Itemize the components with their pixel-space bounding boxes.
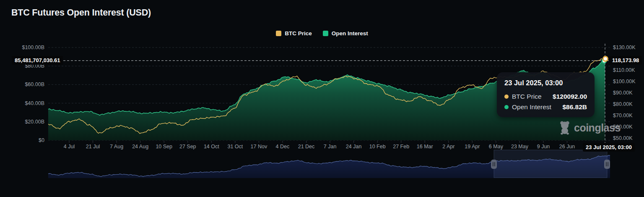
x-tick-label: 4 Jul [64, 144, 75, 150]
tooltip-label: Open Interest [512, 103, 551, 111]
tooltip-row-btc-price: BTC Price $120092.00 [504, 93, 587, 100]
tooltip-date: 23 Jul 2025, 03:00 [504, 79, 587, 87]
handle-grip-icon [608, 162, 608, 166]
x-tick-label: 21 Dec [298, 144, 315, 150]
chart-tooltip: 23 Jul 2025, 03:00 BTC Price $120092.00 … [497, 72, 595, 117]
right-tick-label: $70.00K [613, 113, 633, 118]
left-tick-label: $40.00B [7, 100, 44, 106]
x-tick-label: 7 Aug [110, 144, 123, 150]
x-tick-label: 10 Feb [369, 144, 386, 150]
x-tick-label: 2 Apr [442, 144, 454, 150]
x-tick-label: 27 Feb [393, 144, 409, 150]
x-tick-label: 7 Jan [324, 144, 337, 150]
left-tick-label: $100.00B [7, 45, 44, 50]
current-date-chip: 23 Jul 2025, 03:00 [583, 143, 635, 152]
coinglass-watermark: coinglass [558, 121, 621, 135]
x-tick-label: 31 Oct [227, 144, 243, 150]
navigator-selection-window[interactable] [494, 150, 607, 178]
left-tick-label: $0 [7, 137, 44, 143]
right-tick-label: $50.00K [613, 135, 633, 141]
navigator-left-handle[interactable] [491, 160, 497, 169]
x-tick-label: 24 Jan [346, 144, 362, 150]
x-tick-label: 24 Aug [132, 144, 148, 150]
current-open-interest-chip: 85,481,707,030.61 [12, 56, 63, 65]
x-tick-label: 19 Apr [465, 144, 480, 150]
navigator[interactable] [48, 150, 610, 178]
x-tick-label: 21 Jul [86, 144, 100, 150]
right-tick-label: $60.00K [613, 124, 633, 130]
navigator-right-handle[interactable] [604, 160, 610, 169]
tooltip-value: $86.82B [562, 103, 587, 111]
open-interest-dot-icon [504, 105, 509, 109]
coinglass-bear-icon [558, 121, 571, 135]
x-tick-label: 23 May [511, 144, 528, 150]
tooltip-row-open-interest: Open Interest $86.82B [504, 103, 587, 111]
right-tick-label: $80.00K [613, 101, 633, 107]
x-tick-label: 17 Nov [251, 144, 267, 150]
left-tick-label: $20.00B [7, 119, 44, 125]
x-tick-label: 9 Jun [537, 144, 550, 150]
x-tick-label: 26 Jun [559, 144, 575, 150]
right-tick-label: $130.00K [613, 45, 636, 50]
left-tick-label: $60.00B [7, 81, 44, 87]
right-tick-label: $90.00K [613, 90, 633, 96]
current-price-chip: 118,173.98 [609, 56, 642, 65]
x-tick-label: 4 Dec [276, 144, 290, 150]
handle-grip-icon [493, 162, 493, 166]
right-tick-label: $110.00K [613, 67, 635, 73]
tooltip-label: BTC Price [512, 93, 542, 100]
x-tick-label: 16 Mar [417, 144, 433, 150]
x-tick-label: 6 May [489, 144, 503, 150]
coinglass-chart-page: BTC Futures Open Interest (USD) BTC Pric… [0, 0, 644, 197]
handle-grip-icon [606, 162, 607, 166]
btc-price-dot-icon [504, 95, 509, 99]
handle-grip-icon [494, 162, 495, 166]
x-tick-label: 10 Sep [156, 144, 172, 150]
btc-price-marker [603, 57, 608, 61]
x-tick-label: 14 Oct [204, 144, 219, 150]
right-tick-label: $100.00K [613, 79, 636, 84]
tooltip-value: $120092.00 [553, 93, 587, 100]
x-tick-label: 27 Sep [179, 144, 196, 150]
